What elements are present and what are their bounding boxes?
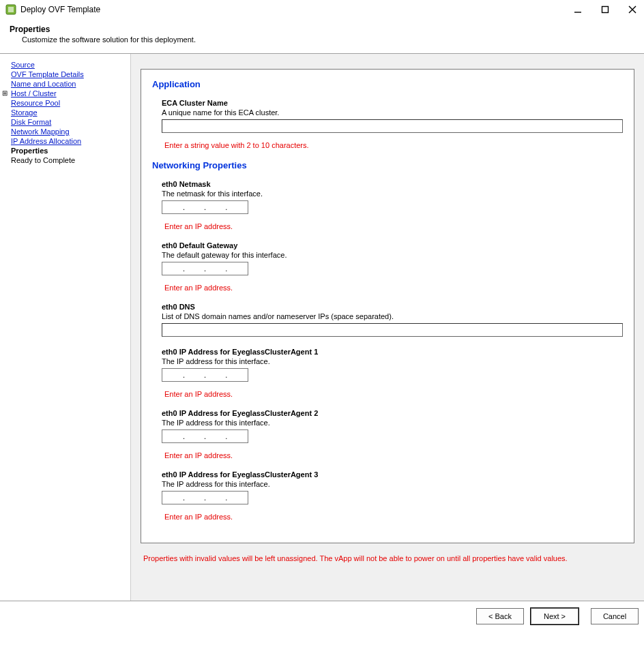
wizard-header: Properties Customize the software soluti… — [0, 19, 644, 53]
eth0-agent2-desc: The IP address for this interface. — [162, 419, 623, 427]
eca-cluster-name-warning: Enter a string value with 2 to 10 charac… — [164, 141, 623, 149]
field-eth0-agent2: eth0 IP Address for EyeglassClusterAgent… — [162, 409, 623, 459]
content-area: Application ECA Cluster Name A unique na… — [131, 54, 644, 601]
field-eth0-dns: eth0 DNS List of DNS domain names and/or… — [162, 303, 623, 337]
eth0-agent1-input[interactable]: ... — [162, 368, 248, 382]
eth0-netmask-label: eth0 Netmask — [162, 180, 623, 188]
eth0-dns-desc: List of DNS domain names and/or nameserv… — [162, 312, 623, 320]
sidebar-item-network-mapping[interactable]: Network Mapping — [11, 127, 125, 136]
sidebar-item-name-location[interactable]: Name and Location — [11, 80, 125, 88]
next-button[interactable]: Next > — [531, 608, 579, 624]
close-button[interactable] — [626, 3, 639, 16]
eth0-agent1-desc: The IP address for this interface. — [162, 357, 623, 365]
page-title: Properties — [10, 25, 634, 34]
eth0-gateway-label: eth0 Default Gateway — [162, 241, 623, 250]
eth0-gateway-desc: The default gateway for this interface. — [162, 251, 623, 259]
eth0-agent3-input[interactable]: ... — [162, 491, 248, 504]
sidebar-item-host-cluster[interactable]: Host / Cluster — [11, 89, 125, 97]
global-validation-warning: Properties with invalid values will be l… — [141, 554, 634, 562]
eca-cluster-name-input[interactable] — [162, 119, 623, 133]
window-controls — [572, 3, 639, 16]
sidebar-item-resource-pool[interactable]: Resource Pool — [11, 99, 125, 107]
sidebar-item-source[interactable]: Source — [11, 61, 125, 69]
eth0-agent3-desc: The IP address for this interface. — [162, 480, 623, 488]
eth0-agent2-input[interactable]: ... — [162, 429, 248, 443]
sidebar-item-ready: Ready to Complete — [11, 156, 125, 164]
svg-rect-3 — [602, 7, 609, 13]
sidebar-item-disk-format[interactable]: Disk Format — [11, 118, 125, 126]
field-eca-cluster-name: ECA Cluster Name A unique name for this … — [162, 99, 623, 149]
field-eth0-gateway: eth0 Default Gateway The default gateway… — [162, 241, 623, 292]
field-eth0-agent3: eth0 IP Address for EyeglassClusterAgent… — [162, 470, 623, 521]
eth0-agent3-warning: Enter an IP address. — [164, 513, 623, 521]
eth0-netmask-desc: The netmask for this interface. — [162, 190, 623, 198]
eth0-netmask-warning: Enter an IP address. — [164, 222, 623, 230]
minimize-button[interactable] — [572, 3, 584, 16]
sidebar-item-ovf-details[interactable]: OVF Template Details — [11, 70, 125, 78]
cancel-button[interactable]: Cancel — [591, 608, 639, 624]
back-button[interactable]: < Back — [476, 608, 524, 624]
eth0-agent3-label: eth0 IP Address for EyeglassClusterAgent… — [162, 470, 623, 479]
maximize-button[interactable] — [599, 3, 611, 16]
eca-cluster-name-label: ECA Cluster Name — [162, 99, 623, 107]
eth0-gateway-warning: Enter an IP address. — [164, 284, 623, 292]
field-eth0-netmask: eth0 Netmask The netmask for this interf… — [162, 180, 623, 230]
svg-rect-1 — [8, 7, 14, 12]
section-application: Application — [152, 79, 623, 89]
page-subtitle: Customize the software solution for this… — [10, 35, 634, 44]
section-networking: Networking Properties — [152, 160, 623, 170]
properties-panel: Application ECA Cluster Name A unique na… — [141, 69, 634, 543]
eth0-gateway-input[interactable]: ... — [162, 262, 248, 275]
wizard-steps-sidebar: Source OVF Template Details Name and Loc… — [0, 54, 131, 601]
eth0-agent1-warning: Enter an IP address. — [164, 390, 623, 398]
title-bar: Deploy OVF Template — [0, 0, 644, 19]
sidebar-item-storage[interactable]: Storage — [11, 108, 125, 117]
window-title: Deploy OVF Template — [20, 5, 572, 14]
field-eth0-agent1: eth0 IP Address for EyeglassClusterAgent… — [162, 348, 623, 398]
eth0-dns-input[interactable] — [162, 323, 623, 337]
sidebar-item-ip-allocation[interactable]: IP Address Allocation — [11, 137, 125, 145]
eth0-agent1-label: eth0 IP Address for EyeglassClusterAgent… — [162, 348, 623, 356]
eth0-agent2-label: eth0 IP Address for EyeglassClusterAgent… — [162, 409, 623, 417]
app-icon — [5, 4, 16, 15]
sidebar-item-properties: Properties — [11, 147, 125, 155]
eth0-netmask-input[interactable]: ... — [162, 200, 248, 214]
eth0-agent2-warning: Enter an IP address. — [164, 451, 623, 459]
eca-cluster-name-desc: A unique name for this ECA cluster. — [162, 108, 623, 117]
wizard-button-bar: < Back Next > Cancel — [0, 601, 644, 631]
body-area: Source OVF Template Details Name and Loc… — [0, 54, 644, 601]
eth0-dns-label: eth0 DNS — [162, 303, 623, 311]
